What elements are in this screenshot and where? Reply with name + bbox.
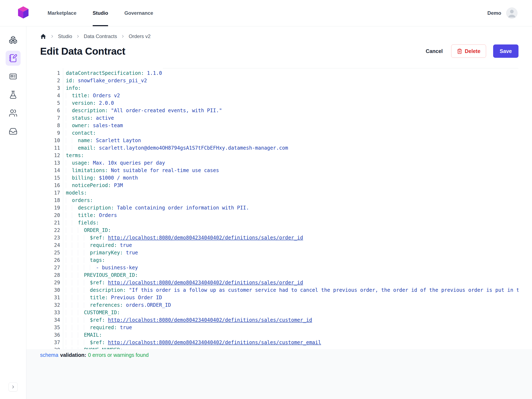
line-number: 25 xyxy=(40,249,63,256)
nav-studio[interactable]: Studio xyxy=(93,0,108,26)
line-number: 16 xyxy=(40,182,63,189)
code-line-11[interactable]: email: scarlett.layton@demo4OH8794gsA1S7… xyxy=(66,144,519,152)
line-number: 22 xyxy=(40,227,63,234)
delete-button[interactable]: Delete xyxy=(451,44,486,58)
code-line-30[interactable]: description: "If this order is a follow … xyxy=(66,286,519,294)
code-line-9[interactable]: contact: xyxy=(66,129,519,137)
nav-governance[interactable]: Governance xyxy=(124,0,153,26)
yaml-link[interactable]: http://localhost:8080/demo804234040402/d… xyxy=(108,317,312,323)
code-line-6[interactable]: description: "All order-created events, … xyxy=(66,107,519,114)
sidebar-item-data-products[interactable] xyxy=(6,32,21,47)
code-line-31[interactable]: title: Previous Order ID xyxy=(66,294,519,301)
code-line-2[interactable]: id: snowflake_orders_pii_v2 xyxy=(66,77,519,84)
yaml-editor[interactable]: 1234567891011121314151617181920212223242… xyxy=(40,68,519,349)
breadcrumb-studio[interactable]: Studio xyxy=(58,33,72,39)
yaml-value: 1.1.0 xyxy=(144,70,162,76)
code-line-24[interactable]: required: true xyxy=(66,241,519,249)
sidebar-item-data-contracts[interactable] xyxy=(6,51,21,66)
home-icon[interactable] xyxy=(40,33,46,39)
code-line-27[interactable]: - business-key xyxy=(66,264,519,271)
cancel-button[interactable]: Cancel xyxy=(424,48,444,54)
code-line-35[interactable]: required: true xyxy=(66,324,519,331)
indent-guides xyxy=(66,100,72,106)
line-number: 21 xyxy=(40,219,63,227)
yaml-key: references: xyxy=(90,302,123,308)
code-line-21[interactable]: fields: xyxy=(66,219,519,227)
code-line-1[interactable]: dataContractSpecification: 1.1.0 xyxy=(66,70,519,77)
indent-guides xyxy=(66,317,90,323)
code-line-8[interactable]: owner: sales-team xyxy=(66,122,519,129)
sidebar-item-teams[interactable] xyxy=(6,106,21,120)
code-line-26[interactable]: tags: xyxy=(66,256,519,264)
code-line-22[interactable]: ORDER_ID: xyxy=(66,227,519,234)
code-line-12[interactable]: terms: xyxy=(66,152,519,159)
navbar-right: Demo xyxy=(487,7,518,19)
code-line-38[interactable]: PHONE_NUMBER: xyxy=(66,346,519,349)
code-line-36[interactable]: EMAIL: xyxy=(66,331,519,339)
yaml-key: version: xyxy=(72,100,96,106)
yaml-value: Not suitable for real-time use cases xyxy=(108,167,219,173)
app-logo[interactable] xyxy=(15,5,31,21)
code-line-7[interactable]: status: active xyxy=(66,114,519,122)
code-line-28[interactable]: PREVIOUS_ORDER_ID: xyxy=(66,271,519,279)
indent-guides xyxy=(66,205,78,211)
user-avatar[interactable] xyxy=(506,7,518,19)
sidebar-item-definitions[interactable] xyxy=(6,69,21,84)
code-line-33[interactable]: CUSTOMER_ID: xyxy=(66,309,519,316)
indent-guides xyxy=(66,265,96,271)
user-name: Demo xyxy=(487,10,501,16)
yaml-link[interactable]: http://localhost:8080/demo804234040402/d… xyxy=(108,235,303,241)
line-number: 11 xyxy=(40,144,63,152)
sidebar-item-tests[interactable] xyxy=(6,87,21,102)
code-line-16[interactable]: noticePeriod: P3M xyxy=(66,182,519,189)
inbox-icon xyxy=(9,127,18,136)
yaml-value: P3M xyxy=(111,183,123,188)
delete-button-label: Delete xyxy=(465,48,481,54)
editor-code[interactable]: dataContractSpecification: 1.1.0id: snow… xyxy=(63,68,519,349)
validation-result: 0 errors or warnings found xyxy=(88,352,149,358)
line-number: 29 xyxy=(40,279,63,286)
code-line-14[interactable]: limitations: Not suitable for real-time … xyxy=(66,167,519,174)
yaml-key: EMAIL: xyxy=(84,332,102,338)
indent-guides xyxy=(66,115,72,121)
sidebar-collapse-button[interactable] xyxy=(8,382,18,392)
code-line-15[interactable]: billing: $1000 / month xyxy=(66,174,519,182)
code-line-4[interactable]: title: Orders v2 xyxy=(66,92,519,99)
code-line-34[interactable]: $ref: http://localhost:8080/demo80423404… xyxy=(66,316,519,324)
code-line-3[interactable]: info: xyxy=(66,84,519,92)
code-line-23[interactable]: $ref: http://localhost:8080/demo80423404… xyxy=(66,234,519,241)
code-line-20[interactable]: title: Orders xyxy=(66,212,519,219)
top-navbar: Marketplace Studio Governance Demo xyxy=(0,0,532,26)
code-line-17[interactable]: models: xyxy=(66,189,519,196)
code-line-29[interactable]: $ref: http://localhost:8080/demo80423404… xyxy=(66,279,519,286)
line-number: 7 xyxy=(40,114,63,122)
indent-guides xyxy=(66,235,90,241)
indent-guides xyxy=(66,212,78,218)
code-line-25[interactable]: primaryKey: true xyxy=(66,249,519,256)
yaml-value: Orders v2 xyxy=(90,93,120,99)
yaml-key: required: xyxy=(90,325,117,330)
yaml-link[interactable]: http://localhost:8080/demo804234040402/d… xyxy=(108,340,321,345)
schema-link[interactable]: schema xyxy=(40,352,58,358)
breadcrumb-orders-v2[interactable]: Orders v2 xyxy=(129,33,151,39)
line-number: 5 xyxy=(40,99,63,107)
sidebar-item-requests[interactable] xyxy=(6,124,21,139)
code-line-19[interactable]: description: Table containing order info… xyxy=(66,204,519,212)
breadcrumb: Studio Data Contracts Orders v2 xyxy=(40,33,519,39)
code-line-32[interactable]: references: orders.ORDER_ID xyxy=(66,301,519,309)
breadcrumb-data-contracts[interactable]: Data Contracts xyxy=(84,33,117,39)
yaml-link[interactable]: http://localhost:8080/demo804234040402/d… xyxy=(108,280,303,285)
nav-marketplace[interactable]: Marketplace xyxy=(48,0,76,26)
yaml-value: true xyxy=(117,242,132,248)
yaml-key: primaryKey: xyxy=(90,250,123,256)
save-button[interactable]: Save xyxy=(493,44,519,58)
yaml-key: name: xyxy=(78,138,93,143)
yaml-key: $ref: xyxy=(90,340,105,345)
code-line-13[interactable]: usage: Max. 10x queries per day xyxy=(66,159,519,167)
yaml-key: noticePeriod: xyxy=(72,183,111,188)
code-line-5[interactable]: version: 2.0.0 xyxy=(66,99,519,107)
code-line-10[interactable]: name: Scarlett Layton xyxy=(66,137,519,144)
code-line-37[interactable]: $ref: http://localhost:8080/demo80423404… xyxy=(66,339,519,346)
code-line-18[interactable]: orders: xyxy=(66,196,519,204)
indent-guides xyxy=(66,347,84,349)
